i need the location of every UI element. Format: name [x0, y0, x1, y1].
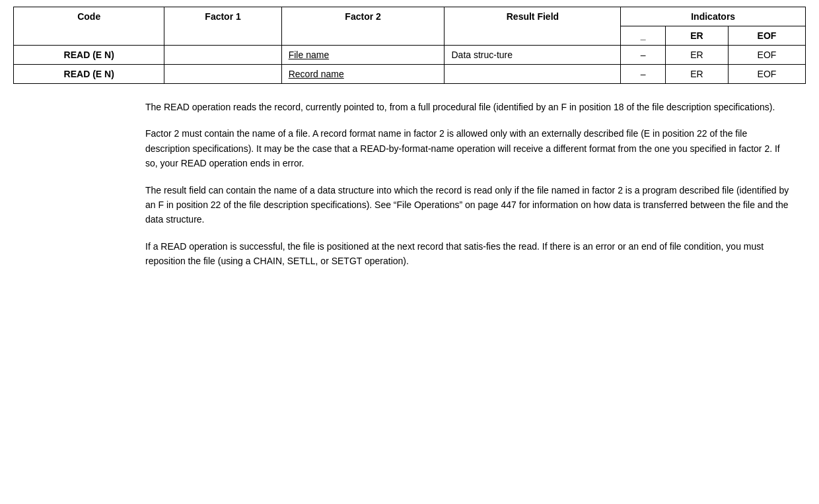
paragraph-3: The result field can contain the name of…	[145, 183, 793, 227]
row2-ind2: ER	[665, 65, 728, 84]
header-ind1: _	[621, 26, 666, 46]
row2-code: READ (E N)	[14, 65, 164, 84]
row2-factor2: Record name	[281, 65, 445, 84]
row1-factor2: File name	[281, 46, 445, 65]
header-factor2: Factor 2	[281, 7, 445, 46]
header-result-field: Result Field	[445, 7, 621, 46]
table-row: READ (E N) Record name – ER EOF	[14, 65, 806, 84]
header-indicators: Indicators	[621, 7, 806, 26]
header-ind3: EOF	[729, 26, 806, 46]
row2-ind3: EOF	[729, 65, 806, 84]
paragraph-1: The READ operation reads the record, cur…	[145, 100, 793, 114]
row2-result-field	[445, 65, 621, 84]
table-row: READ (E N) File name Data struc-ture – E…	[14, 46, 806, 65]
header-ind2: ER	[665, 26, 728, 46]
row1-ind2: ER	[665, 46, 728, 65]
row2-factor1	[164, 65, 281, 84]
row1-code: READ (E N)	[14, 46, 164, 65]
paragraph-4: If a READ operation is successful, the f…	[145, 239, 793, 269]
header-code: Code	[14, 7, 164, 46]
operation-table: Code Factor 1 Factor 2 Result Field Indi…	[13, 7, 806, 84]
row1-ind1: –	[621, 46, 666, 65]
row2-ind1: –	[621, 65, 666, 84]
row1-ind3: EOF	[729, 46, 806, 65]
header-factor1: Factor 1	[164, 7, 281, 46]
row1-factor1	[164, 46, 281, 65]
content-area: The READ operation reads the record, cur…	[145, 100, 793, 269]
paragraph-2: Factor 2 must contain the name of a file…	[145, 126, 793, 170]
row1-result-field: Data struc-ture	[445, 46, 621, 65]
